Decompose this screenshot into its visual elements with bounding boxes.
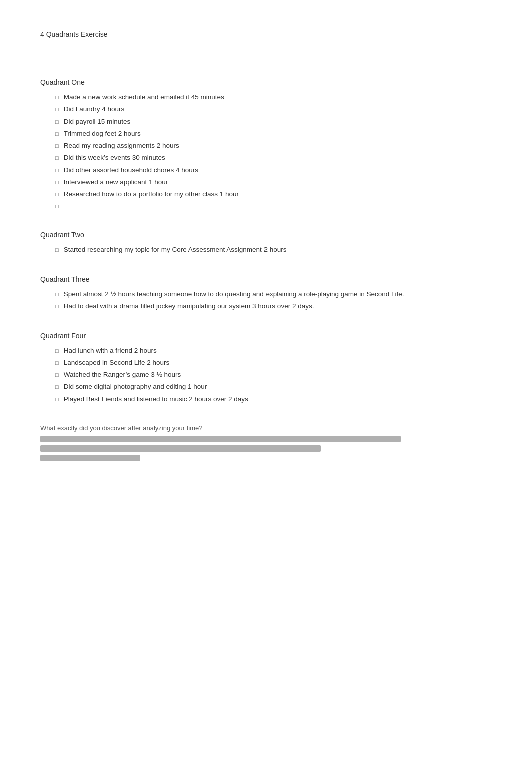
quadrant-one-heading: Quadrant One: [40, 78, 492, 86]
list-item: Did payroll 15 minutes: [55, 117, 492, 127]
list-item: Spent almost 2 ½ hours teaching someone …: [55, 289, 492, 299]
list-item: Trimmed dog feet 2 hours: [55, 129, 492, 139]
list-item: Did Laundry 4 hours: [55, 104, 492, 114]
list-item: Started researching my topic for my Core…: [55, 245, 492, 255]
list-item: Read my reading assignments 2 hours: [55, 141, 492, 151]
quadrant-three-section: Quadrant Three Spent almost 2 ½ hours te…: [40, 275, 492, 312]
quadrant-three-heading: Quadrant Three: [40, 275, 492, 283]
question-section: What exactly did you discover after anal…: [40, 424, 492, 461]
list-item: Played Best Fiends and listened to music…: [55, 394, 492, 404]
list-item: [55, 201, 492, 211]
quadrant-four-section: Quadrant Four Had lunch with a friend 2 …: [40, 332, 492, 404]
quadrant-three-list: Spent almost 2 ½ hours teaching someone …: [40, 289, 492, 312]
list-item: Landscaped in Second Life 2 hours: [55, 358, 492, 368]
question-label: What exactly did you discover after anal…: [40, 424, 492, 432]
list-item: Made a new work schedule and emailed it …: [55, 92, 492, 102]
blurred-line-2: [40, 445, 321, 452]
quadrant-two-section: Quadrant Two Started researching my topi…: [40, 231, 492, 255]
blurred-response: [40, 436, 492, 461]
list-item: Had lunch with a friend 2 hours: [55, 346, 492, 356]
quadrant-four-heading: Quadrant Four: [40, 332, 492, 340]
list-item: Did other assorted household chores 4 ho…: [55, 165, 492, 175]
list-item: Watched the Ranger’s game 3 ½ hours: [55, 370, 492, 380]
list-item: Researched how to do a portfolio for my …: [55, 189, 492, 199]
blurred-line-3: [40, 455, 140, 461]
blurred-line-1: [40, 436, 401, 442]
quadrant-two-list: Started researching my topic for my Core…: [40, 245, 492, 255]
list-item: Did this week’s events 30 minutes: [55, 153, 492, 163]
list-item: Had to deal with a drama filled jockey m…: [55, 301, 492, 311]
quadrant-two-heading: Quadrant Two: [40, 231, 492, 239]
page-title: 4 Quadrants Exercise: [40, 30, 492, 38]
quadrant-four-list: Had lunch with a friend 2 hoursLandscape…: [40, 346, 492, 404]
quadrant-one-list: Made a new work schedule and emailed it …: [40, 92, 492, 211]
list-item: Interviewed a new applicant 1 hour: [55, 177, 492, 187]
quadrant-one-section: Quadrant One Made a new work schedule an…: [40, 78, 492, 211]
list-item: Did some digital photography and editing…: [55, 382, 492, 392]
